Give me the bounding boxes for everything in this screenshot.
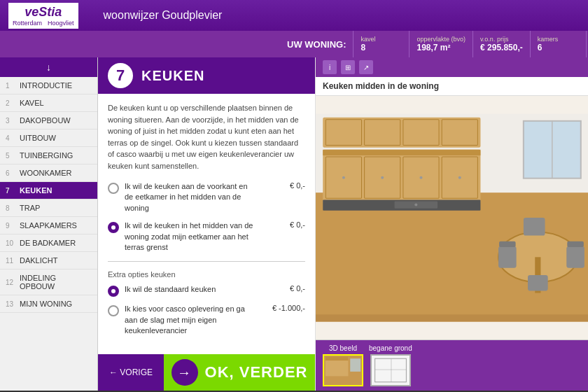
sidebar-item-trap[interactable]: 8 TRAP [0,200,97,217]
option-1-text: Ik wil de keuken aan de voorkant en de e… [125,181,258,214]
extra-1-price: € 0,- [263,284,305,293]
svg-rect-35 [326,356,349,360]
sidebar-item-slaapkamers[interactable]: 9 SLAAPKAMERS [0,217,97,234]
svg-point-13 [381,176,384,179]
app-header: veStia Rotterdam Hoogvliet woonwijzer Go… [0,0,588,31]
radio-extra-2[interactable] [108,305,119,316]
right-caption: Keuken midden in de woning [316,77,588,96]
oppervlakte-cell: oppervlakte (bvo) 198,7 m² [410,31,473,57]
sidebar-item-badkamer[interactable]: 10 DE BADKAMER [0,234,97,252]
main-layout: ↓ 1 INTRODUCTIE 2 KAVEL 3 DAKOPBOUW 4 UI… [0,57,588,391]
svg-rect-20 [326,120,361,146]
option-2-price: € 0,- [263,220,305,229]
svg-rect-22 [403,120,439,146]
svg-rect-27 [566,246,584,268]
right-panel-header: i ⊞ ↗ [316,57,588,77]
ok-button[interactable]: → OK, VERDER [164,354,315,391]
prijs-value: € 295.850,- [480,43,523,52]
sidebar-item-indeling[interactable]: 12 INDELING OPBOUW [0,270,97,295]
sidebar-item-keuken[interactable]: 7 KEUKEN [0,182,97,200]
step-badge: 7 [108,63,133,88]
content-title: KEUKEN [141,68,204,84]
opp-label: oppervlakte (bvo) [416,36,465,43]
app-title: woonwijzer Goudplevier [104,9,580,22]
share-icon-btn[interactable]: ↗ [359,60,373,74]
sidebar-item-dakopbouw[interactable]: 3 DAKOPBOUW [0,112,97,130]
sidebar: ↓ 1 INTRODUCTIE 2 KAVEL 3 DAKOPBOUW 4 UI… [0,57,98,391]
tab-begane-grond[interactable]: begane grond [369,344,412,386]
tab-3d-thumb[interactable] [323,354,363,386]
extra-2-text: Ik kies voor casco oplevering en ga aan … [125,304,258,336]
info-icon-btn[interactable]: i [323,60,337,74]
kitchen-3d-image [316,96,588,340]
svg-rect-7 [323,150,480,155]
svg-rect-28 [524,218,545,236]
tab-3d-label: 3D beeld [329,344,357,352]
option-row-1[interactable]: Ik wil de keuken aan de voorkant en de e… [108,181,305,214]
svg-point-14 [419,176,422,179]
footer-buttons: ← VORIGE → OK, VERDER [98,354,315,391]
content-body: De keuken kunt u op verschillende plaats… [98,94,315,354]
property-info-bar: UW WONING: kavel 8 oppervlakte (bvo) 198… [0,31,588,57]
extra-option-row-2[interactable]: Ik kies voor casco oplevering en ga aan … [108,304,305,336]
sidebar-item-uitbouw[interactable]: 4 UITBOUW [0,130,97,147]
tab-bg-label: begane grond [369,344,412,352]
kavel-value: 8 [360,43,402,52]
svg-rect-30 [499,241,516,247]
radio-option-1[interactable] [108,183,119,194]
ok-arrow-circle: → [172,359,198,386]
prev-label: ← VORIGE [109,368,153,377]
sidebar-item-woonkamer[interactable]: 6 WOONKAMER [0,164,97,182]
svg-point-18 [414,204,417,206]
ok-arrow-icon: → [177,365,192,381]
tab-3d-beeld[interactable]: 3D beeld [323,344,363,386]
svg-rect-31 [567,241,584,247]
svg-rect-26 [498,246,517,268]
opp-value: 198,7 m² [416,43,465,52]
logo-text: veStia [24,5,62,20]
content-description: De keuken kunt u op verschillende plaats… [108,102,305,172]
sidebar-item-daklicht[interactable]: 11 DAKLICHT [0,252,97,270]
extra-option-row-1[interactable]: Ik wil de standaard keuken € 0,- [108,284,305,297]
svg-rect-29 [528,275,548,291]
kamers-value: 6 [538,43,579,52]
svg-rect-21 [365,120,400,146]
logo-sub1: Rotterdam [13,20,42,27]
kamers-cell: kamers 6 [531,31,587,57]
logo-sub: Rotterdam Hoogvliet [13,20,74,27]
svg-rect-23 [442,120,477,146]
svg-rect-37 [372,356,410,386]
content-panel: 7 KEUKEN De keuken kunt u op verschillen… [98,57,315,391]
prijs-cell: v.o.n. prijs € 295.850,- [473,31,531,57]
extra-2-price: € -1.000,- [263,304,305,312]
uw-woning-label: UW WONING: [280,31,354,57]
svg-rect-36 [350,358,360,372]
sidebar-item-mijnwoning[interactable]: 13 MIJN WONING [0,295,97,313]
tab-bg-thumb[interactable] [370,354,411,386]
prijs-label: v.o.n. prijs [480,36,523,43]
icons-bar: i ⊞ ↗ [323,60,373,74]
option-2-text: Ik wil de keuken in het midden van de wo… [125,220,258,253]
ok-label: OK, VERDER [205,363,308,382]
option-1-price: € 0,- [263,181,305,190]
right-panel: i ⊞ ↗ Keuken midden in de woning [315,57,588,391]
right-tabs: 3D beeld begane grond [316,340,588,391]
kavel-label: kavel [360,36,402,43]
radio-option-2[interactable] [108,222,119,233]
prev-button[interactable]: ← VORIGE [98,368,164,377]
content-header: 7 KEUKEN [98,57,315,94]
kamers-label: kamers [538,36,579,43]
sidebar-arrow[interactable]: ↓ [0,57,97,77]
sidebar-item-tuinberging[interactable]: 5 TUINBERGING [0,147,97,164]
grid-icon-btn[interactable]: ⊞ [341,60,355,74]
svg-rect-32 [316,314,588,321]
radio-extra-1[interactable] [108,286,119,297]
sidebar-item-kavel[interactable]: 2 KAVEL [0,94,97,112]
sidebar-item-introductie[interactable]: 1 INTRODUCTIE [0,77,97,94]
logo-sub2: Hoogvliet [48,20,74,27]
extra-label: Extra opties keuken [108,270,305,279]
extra-1-text: Ik wil de standaard keuken [125,284,258,295]
option-row-2[interactable]: Ik wil de keuken in het midden van de wo… [108,220,305,253]
divider [108,261,305,262]
logo: veStia Rotterdam Hoogvliet [8,3,78,29]
